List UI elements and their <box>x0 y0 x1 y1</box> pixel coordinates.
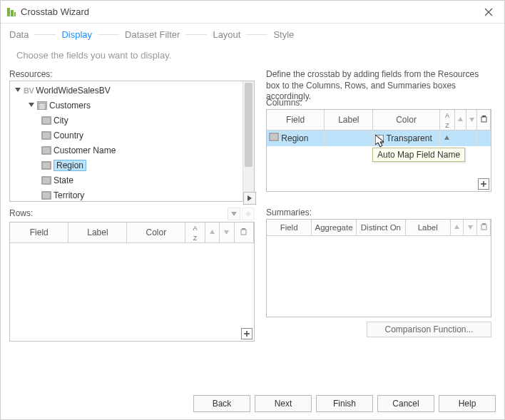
field-icon <box>41 131 51 140</box>
rows-grid[interactable]: Field Label Color AZ <box>9 222 255 342</box>
wizard-steps: Data Display Dataset Filter Layout Style <box>1 24 504 46</box>
step-layout[interactable]: Layout <box>213 29 240 40</box>
tree-field-selected: Region <box>53 160 86 171</box>
svg-rect-1 <box>11 10 14 16</box>
step-dataset-filter[interactable]: Dataset Filter <box>125 29 180 40</box>
cancel-button[interactable]: Cancel <box>377 395 434 412</box>
add-row-button[interactable] <box>241 328 252 339</box>
field-icon <box>41 116 51 125</box>
svg-marker-18 <box>469 118 474 122</box>
table-icon <box>37 101 47 110</box>
down-arrow-icon[interactable] <box>464 220 477 235</box>
tree-root[interactable]: BV WorldWideSalesBV <box>10 83 254 98</box>
comparison-function-button[interactable]: Comparison Function... <box>367 322 491 337</box>
resources-tree[interactable]: BV WorldWideSalesBV Customers City Count… <box>9 81 255 202</box>
window-title: Crosstab Wizard <box>21 6 479 17</box>
columns-header-color[interactable]: Color <box>373 110 439 130</box>
step-display[interactable]: Display <box>61 29 92 40</box>
trash-icon[interactable] <box>477 220 491 235</box>
finish-button[interactable]: Finish <box>316 395 373 412</box>
move-right-button[interactable] <box>243 192 256 205</box>
rows-label: Rows: <box>9 208 33 218</box>
svg-marker-10 <box>245 211 251 217</box>
svg-rect-2 <box>14 12 16 16</box>
svg-rect-13 <box>241 230 246 235</box>
svg-marker-25 <box>454 225 459 229</box>
add-column-button[interactable] <box>478 178 489 190</box>
caret-down-icon[interactable] <box>28 102 35 109</box>
summaries-header-label[interactable]: Label <box>405 220 450 235</box>
field-icon <box>41 146 51 155</box>
rows-header-label[interactable]: Label <box>68 222 127 243</box>
trash-icon[interactable] <box>477 110 491 130</box>
up-arrow-icon[interactable] <box>205 222 219 243</box>
tree-group-label: Customers <box>49 101 91 111</box>
columns-header-label[interactable]: Label <box>325 110 373 130</box>
next-button[interactable]: Next <box>255 395 312 412</box>
svg-rect-28 <box>482 223 486 225</box>
tooltip: Auto Map Field Name <box>372 148 465 162</box>
step-style[interactable]: Style <box>273 29 294 40</box>
button-bar: Back Next Finish Cancel Help <box>193 395 496 412</box>
up-arrow-icon[interactable] <box>444 135 450 141</box>
summaries-label: Summaries: <box>266 208 491 217</box>
columns-header-field[interactable]: Field <box>267 110 325 130</box>
up-arrow-icon[interactable] <box>455 110 466 130</box>
columns-grid[interactable]: Field Label Color AZ Region Transparent <box>266 109 491 192</box>
step-data[interactable]: Data <box>9 29 29 40</box>
svg-rect-14 <box>242 228 245 230</box>
tree-field[interactable]: Customer Name <box>10 143 254 158</box>
columns-row[interactable]: Region Transparent <box>267 130 491 146</box>
remove-button[interactable] <box>242 208 255 220</box>
field-icon <box>269 133 279 141</box>
tree-field[interactable]: State <box>10 173 254 188</box>
sort-icon[interactable]: AZ <box>185 222 205 243</box>
caret-down-icon[interactable] <box>14 87 21 94</box>
page-subtitle: Choose the fields you want to display. <box>1 46 504 69</box>
field-icon <box>41 176 51 185</box>
columns-row-field: Region <box>281 133 308 143</box>
move-down-button[interactable] <box>228 208 240 220</box>
scrollbar-thumb[interactable] <box>245 83 252 167</box>
svg-marker-5 <box>15 88 21 92</box>
back-button[interactable]: Back <box>193 395 250 412</box>
summaries-header-distinct[interactable]: Distinct On <box>356 220 405 235</box>
svg-marker-17 <box>458 117 463 121</box>
svg-marker-26 <box>468 225 473 230</box>
svg-marker-21 <box>444 135 449 140</box>
up-arrow-icon[interactable] <box>450 220 464 235</box>
down-arrow-icon[interactable] <box>220 222 234 243</box>
trash-icon[interactable] <box>234 222 253 243</box>
resources-label: Resources: <box>9 69 255 79</box>
svg-rect-20 <box>482 116 486 117</box>
rows-header-color[interactable]: Color <box>127 222 185 243</box>
scrollbar[interactable] <box>243 81 254 201</box>
summaries-header-field[interactable]: Field <box>267 220 312 235</box>
svg-marker-12 <box>224 230 229 235</box>
svg-rect-0 <box>7 8 10 16</box>
app-icon <box>6 7 16 17</box>
tree-field[interactable]: City <box>10 113 254 128</box>
rows-header-field[interactable]: Field <box>10 222 68 243</box>
down-arrow-icon[interactable] <box>466 110 477 130</box>
svg-marker-9 <box>231 212 237 216</box>
close-button[interactable] <box>479 2 499 22</box>
color-swatch-icon[interactable] <box>375 135 384 143</box>
svg-marker-11 <box>210 230 215 234</box>
tree-root-label: WorldWideSalesBV <box>36 86 110 96</box>
columns-label: Columns: <box>266 98 491 108</box>
summaries-header-aggregate[interactable]: Aggregate <box>312 220 357 235</box>
field-icon <box>41 191 51 200</box>
svg-marker-6 <box>29 103 34 107</box>
field-icon <box>41 161 51 170</box>
columns-row-color: Transparent <box>386 133 432 143</box>
sort-icon[interactable]: AZ <box>439 110 455 130</box>
tree-field[interactable]: Region <box>10 158 254 173</box>
tree-field[interactable]: Country <box>10 128 254 143</box>
bv-icon: BV <box>24 86 34 95</box>
help-button[interactable]: Help <box>439 395 496 412</box>
tree-field[interactable]: Territory <box>10 188 254 202</box>
summaries-grid[interactable]: Field Aggregate Distinct On Label <box>266 219 491 317</box>
tree-group[interactable]: Customers <box>10 98 254 113</box>
svg-rect-19 <box>481 117 486 122</box>
